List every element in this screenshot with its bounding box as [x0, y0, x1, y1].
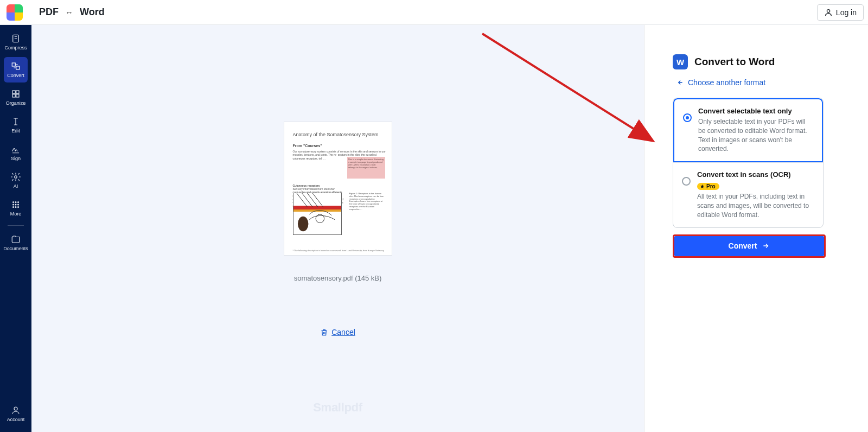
svg-rect-2 — [12, 63, 15, 66]
document-thumbnail[interactable]: Anatomy of the Somatosensory System From… — [284, 122, 392, 256]
ai-icon — [11, 172, 21, 182]
breadcrumb-right: Word — [80, 7, 105, 18]
svg-point-10 — [15, 201, 17, 203]
conversion-options: Convert selectable text only Only select… — [673, 98, 824, 228]
panel-title: Convert to Word — [694, 56, 775, 68]
svg-point-11 — [17, 201, 19, 203]
breadcrumb-arrow-icon: ↔ — [65, 8, 73, 17]
choose-format-label: Choose another format — [688, 78, 765, 87]
sidebar-item-documents[interactable]: Documents — [4, 230, 28, 256]
sidebar-item-label: Documents — [3, 246, 28, 251]
option-desc: All text in your PDFs, including text in… — [697, 192, 814, 219]
svg-point-8 — [15, 176, 17, 179]
option-selectable-text[interactable]: Convert selectable text only Only select… — [673, 98, 823, 162]
option-desc: Only selectable text in your PDFs will b… — [698, 117, 813, 154]
sidebar-item-more[interactable]: More — [4, 195, 28, 221]
option-ocr[interactable]: Convert text in scans (OCR) Pro All text… — [673, 162, 823, 227]
svg-line-22 — [312, 193, 323, 207]
choose-format-link[interactable]: Choose another format — [676, 78, 765, 87]
svg-point-23 — [297, 217, 308, 231]
cancel-label: Cancel — [331, 328, 355, 336]
svg-rect-4 — [12, 91, 15, 93]
svg-point-9 — [12, 201, 14, 203]
sidebar-item-convert[interactable]: Convert — [4, 57, 28, 82]
doc-figure — [293, 193, 342, 235]
account-icon — [11, 405, 21, 415]
svg-line-19 — [297, 193, 307, 207]
convert-label: Convert — [729, 242, 757, 250]
doc-subtitle: From "Courses" — [293, 144, 386, 148]
app-logo[interactable] — [7, 4, 23, 21]
convert-button[interactable]: Convert — [674, 236, 824, 256]
workspace: Anatomy of the Somatosensory System From… — [31, 25, 644, 432]
file-size: (145 kB) — [355, 274, 381, 282]
svg-point-13 — [15, 204, 17, 206]
svg-rect-3 — [16, 66, 20, 69]
compress-icon — [11, 34, 21, 43]
svg-rect-6 — [12, 94, 15, 97]
file-caption: somatosensory.pdf (145 kB) — [294, 274, 382, 282]
sidebar-item-label: More — [10, 211, 22, 217]
convert-icon — [11, 61, 21, 71]
sidebar-item-organize[interactable]: Organize — [4, 85, 28, 110]
svg-point-17 — [17, 206, 19, 208]
sidebar-item-sign[interactable]: Sign — [4, 140, 28, 166]
svg-line-21 — [307, 193, 317, 207]
trash-icon — [320, 328, 328, 336]
arrow-left-icon — [676, 79, 684, 86]
sidebar-item-ai[interactable]: AI — [4, 168, 28, 193]
sign-icon — [11, 144, 21, 154]
panel-header: W Convert to Word — [673, 54, 846, 69]
breadcrumb-left: PDF — [39, 7, 59, 18]
user-icon — [824, 8, 833, 17]
convert-button-highlight: Convert — [673, 234, 826, 258]
svg-point-0 — [827, 9, 829, 12]
pro-label: Pro — [706, 183, 716, 189]
breadcrumb: PDF ↔ Word — [39, 7, 105, 18]
svg-line-20 — [302, 193, 312, 207]
svg-point-15 — [12, 206, 14, 208]
right-panel: W Convert to Word Choose another format … — [644, 25, 868, 432]
organize-icon — [11, 89, 21, 99]
radio-selected-icon — [683, 113, 692, 122]
edit-icon — [11, 117, 21, 126]
svg-point-14 — [17, 204, 19, 206]
cancel-button[interactable]: Cancel — [320, 328, 355, 336]
doc-sidebar-box: This is a simple document illustrating a… — [347, 157, 385, 179]
sidebar-item-edit[interactable]: Edit — [4, 112, 28, 138]
svg-rect-7 — [16, 94, 19, 97]
doc-figure-caption: Figure 1: Receptors in the human skin. M… — [349, 193, 385, 211]
skin-diagram-icon — [293, 193, 341, 234]
svg-point-16 — [15, 206, 17, 208]
sidebar-item-label: Edit — [11, 128, 20, 134]
radio-unselected-icon — [682, 177, 691, 186]
sidebar-item-label: Account — [7, 417, 25, 422]
sidebar-divider — [8, 225, 24, 226]
sidebar-item-label: Convert — [7, 73, 24, 78]
doc-footnote: ¹ The following description is based on … — [293, 249, 385, 252]
top-bar: PDF ↔ Word Log in — [0, 0, 868, 25]
documents-icon — [11, 234, 21, 244]
doc-title: Anatomy of the Somatosensory System — [293, 132, 386, 137]
login-label: Log in — [836, 8, 857, 17]
sidebar: Compress Convert Organize Edit Sign AI M… — [0, 25, 31, 432]
svg-point-12 — [12, 204, 14, 206]
svg-rect-5 — [16, 91, 19, 93]
brand-watermark: Smallpdf — [313, 401, 362, 415]
sidebar-item-label: Sign — [11, 156, 21, 161]
arrow-right-icon — [762, 242, 770, 250]
star-icon — [700, 184, 705, 189]
sidebar-item-compress[interactable]: Compress — [4, 29, 28, 55]
sidebar-item-label: Organize — [6, 100, 26, 106]
file-name: somatosensory.pdf — [294, 274, 353, 282]
sidebar-item-label: AI — [14, 183, 18, 189]
pro-badge: Pro — [697, 183, 719, 190]
sidebar-item-label: Compress — [4, 45, 27, 50]
login-button[interactable]: Log in — [817, 4, 864, 21]
option-title: Convert text in scans (OCR) — [697, 170, 791, 179]
svg-point-18 — [14, 407, 17, 410]
more-icon — [11, 200, 21, 209]
option-title: Convert selectable text only — [698, 107, 813, 115]
word-icon: W — [673, 54, 688, 69]
sidebar-item-account[interactable]: Account — [4, 401, 28, 427]
